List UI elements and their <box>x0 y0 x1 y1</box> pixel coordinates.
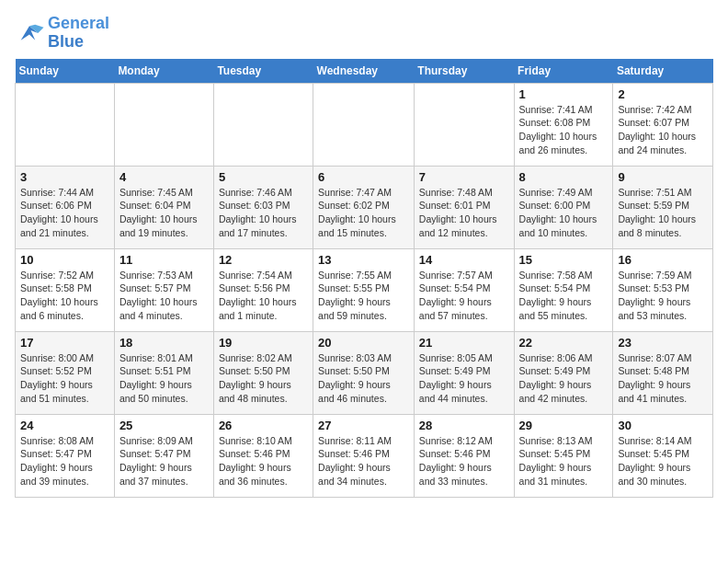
day-info: Sunrise: 7:46 AM Sunset: 6:03 PM Dayligh… <box>219 186 308 240</box>
calendar-header-monday: Monday <box>114 59 213 84</box>
day-number: 4 <box>119 170 209 184</box>
calendar-cell: 2Sunrise: 7:42 AM Sunset: 6:07 PM Daylig… <box>613 83 713 166</box>
calendar-cell: 18Sunrise: 8:01 AM Sunset: 5:51 PM Dayli… <box>114 331 213 414</box>
logo: General Blue <box>15 15 109 52</box>
calendar-header-sunday: Sunday <box>16 59 115 84</box>
day-number: 23 <box>618 336 708 350</box>
calendar-cell: 20Sunrise: 8:03 AM Sunset: 5:50 PM Dayli… <box>313 331 415 414</box>
day-number: 3 <box>20 170 109 184</box>
day-number: 20 <box>318 336 409 350</box>
day-number: 18 <box>119 336 209 350</box>
day-number: 6 <box>318 170 409 184</box>
day-info: Sunrise: 8:06 AM Sunset: 5:49 PM Dayligh… <box>519 351 609 406</box>
day-info: Sunrise: 8:13 AM Sunset: 5:45 PM Dayligh… <box>519 434 609 488</box>
calendar-cell: 25Sunrise: 8:09 AM Sunset: 5:47 PM Dayli… <box>114 414 213 497</box>
calendar-cell <box>114 83 213 166</box>
day-info: Sunrise: 8:07 AM Sunset: 5:48 PM Dayligh… <box>618 351 708 406</box>
day-number: 13 <box>318 253 409 267</box>
day-number: 16 <box>618 253 708 267</box>
calendar-header-thursday: Thursday <box>414 59 514 84</box>
day-info: Sunrise: 7:54 AM Sunset: 5:56 PM Dayligh… <box>219 269 308 323</box>
day-info: Sunrise: 8:05 AM Sunset: 5:49 PM Dayligh… <box>419 351 509 406</box>
calendar-header-row: SundayMondayTuesdayWednesdayThursdayFrid… <box>16 59 713 84</box>
calendar-cell: 9Sunrise: 7:51 AM Sunset: 5:59 PM Daylig… <box>613 166 713 248</box>
day-number: 7 <box>419 170 509 184</box>
logo-text-line1: General Blue <box>48 15 109 52</box>
calendar-week-row: 10Sunrise: 7:52 AM Sunset: 5:58 PM Dayli… <box>16 248 713 331</box>
day-number: 5 <box>219 170 308 184</box>
day-number: 25 <box>119 419 209 432</box>
day-info: Sunrise: 7:52 AM Sunset: 5:58 PM Dayligh… <box>20 269 109 323</box>
calendar-cell: 10Sunrise: 7:52 AM Sunset: 5:58 PM Dayli… <box>16 248 115 331</box>
calendar-cell: 27Sunrise: 8:11 AM Sunset: 5:46 PM Dayli… <box>313 414 415 497</box>
day-number: 9 <box>618 170 708 184</box>
calendar-week-row: 3Sunrise: 7:44 AM Sunset: 6:06 PM Daylig… <box>16 166 713 248</box>
calendar-cell: 4Sunrise: 7:45 AM Sunset: 6:04 PM Daylig… <box>114 166 213 248</box>
day-number: 1 <box>519 87 609 101</box>
calendar-cell <box>313 83 415 166</box>
day-info: Sunrise: 7:49 AM Sunset: 6:00 PM Dayligh… <box>519 186 609 240</box>
calendar-cell <box>213 83 313 166</box>
day-info: Sunrise: 8:01 AM Sunset: 5:51 PM Dayligh… <box>119 351 209 406</box>
day-info: Sunrise: 8:03 AM Sunset: 5:50 PM Dayligh… <box>318 351 409 406</box>
day-info: Sunrise: 7:53 AM Sunset: 5:57 PM Dayligh… <box>119 269 209 323</box>
day-info: Sunrise: 7:45 AM Sunset: 6:04 PM Dayligh… <box>119 186 209 240</box>
day-number: 21 <box>419 336 509 350</box>
day-number: 2 <box>618 87 708 101</box>
calendar-cell: 23Sunrise: 8:07 AM Sunset: 5:48 PM Dayli… <box>613 331 713 414</box>
day-number: 28 <box>419 419 509 432</box>
day-info: Sunrise: 8:09 AM Sunset: 5:47 PM Dayligh… <box>119 434 209 488</box>
calendar-cell: 12Sunrise: 7:54 AM Sunset: 5:56 PM Dayli… <box>213 248 313 331</box>
calendar-week-row: 17Sunrise: 8:00 AM Sunset: 5:52 PM Dayli… <box>16 331 713 414</box>
calendar-cell: 6Sunrise: 7:47 AM Sunset: 6:02 PM Daylig… <box>313 166 415 248</box>
calendar-cell: 3Sunrise: 7:44 AM Sunset: 6:06 PM Daylig… <box>16 166 115 248</box>
day-number: 30 <box>618 419 708 432</box>
calendar-cell: 26Sunrise: 8:10 AM Sunset: 5:46 PM Dayli… <box>213 414 313 497</box>
calendar-week-row: 24Sunrise: 8:08 AM Sunset: 5:47 PM Dayli… <box>16 414 713 497</box>
calendar-cell: 19Sunrise: 8:02 AM Sunset: 5:50 PM Dayli… <box>213 331 313 414</box>
calendar-cell: 24Sunrise: 8:08 AM Sunset: 5:47 PM Dayli… <box>16 414 115 497</box>
calendar-header-wednesday: Wednesday <box>313 59 415 84</box>
calendar-cell: 11Sunrise: 7:53 AM Sunset: 5:57 PM Dayli… <box>114 248 213 331</box>
calendar-cell: 29Sunrise: 8:13 AM Sunset: 5:45 PM Dayli… <box>514 414 613 497</box>
day-number: 22 <box>519 336 609 350</box>
calendar-cell: 21Sunrise: 8:05 AM Sunset: 5:49 PM Dayli… <box>414 331 514 414</box>
calendar-cell: 22Sunrise: 8:06 AM Sunset: 5:49 PM Dayli… <box>514 331 613 414</box>
calendar-cell: 28Sunrise: 8:12 AM Sunset: 5:46 PM Dayli… <box>414 414 514 497</box>
calendar-cell: 14Sunrise: 7:57 AM Sunset: 5:54 PM Dayli… <box>414 248 514 331</box>
day-info: Sunrise: 8:08 AM Sunset: 5:47 PM Dayligh… <box>20 434 109 488</box>
page-header: General Blue <box>15 15 713 52</box>
day-info: Sunrise: 8:11 AM Sunset: 5:46 PM Dayligh… <box>318 434 409 488</box>
day-number: 24 <box>20 419 109 432</box>
calendar-cell: 17Sunrise: 8:00 AM Sunset: 5:52 PM Dayli… <box>16 331 115 414</box>
day-info: Sunrise: 7:51 AM Sunset: 5:59 PM Dayligh… <box>618 186 708 240</box>
day-info: Sunrise: 7:59 AM Sunset: 5:53 PM Dayligh… <box>618 269 708 323</box>
day-info: Sunrise: 8:10 AM Sunset: 5:46 PM Dayligh… <box>219 434 308 488</box>
calendar-header-saturday: Saturday <box>613 59 713 84</box>
day-info: Sunrise: 8:00 AM Sunset: 5:52 PM Dayligh… <box>20 351 109 406</box>
logo-icon <box>15 20 44 46</box>
day-number: 11 <box>119 253 209 267</box>
day-info: Sunrise: 8:12 AM Sunset: 5:46 PM Dayligh… <box>419 434 509 488</box>
day-info: Sunrise: 8:02 AM Sunset: 5:50 PM Dayligh… <box>219 351 308 406</box>
calendar-cell: 13Sunrise: 7:55 AM Sunset: 5:55 PM Dayli… <box>313 248 415 331</box>
day-number: 29 <box>519 419 609 432</box>
calendar-cell: 7Sunrise: 7:48 AM Sunset: 6:01 PM Daylig… <box>414 166 514 248</box>
day-info: Sunrise: 7:42 AM Sunset: 6:07 PM Dayligh… <box>618 103 708 157</box>
calendar-cell: 5Sunrise: 7:46 AM Sunset: 6:03 PM Daylig… <box>213 166 313 248</box>
calendar-header-tuesday: Tuesday <box>213 59 313 84</box>
day-info: Sunrise: 8:14 AM Sunset: 5:45 PM Dayligh… <box>618 434 708 488</box>
day-info: Sunrise: 7:44 AM Sunset: 6:06 PM Dayligh… <box>20 186 109 240</box>
calendar-cell <box>414 83 514 166</box>
day-number: 19 <box>219 336 308 350</box>
day-number: 27 <box>318 419 409 432</box>
day-number: 17 <box>20 336 109 350</box>
day-number: 26 <box>219 419 308 432</box>
day-info: Sunrise: 7:47 AM Sunset: 6:02 PM Dayligh… <box>318 186 409 240</box>
calendar-table: SundayMondayTuesdayWednesdayThursdayFrid… <box>15 59 713 498</box>
calendar-cell <box>16 83 115 166</box>
calendar-cell: 16Sunrise: 7:59 AM Sunset: 5:53 PM Dayli… <box>613 248 713 331</box>
day-number: 14 <box>419 253 509 267</box>
day-info: Sunrise: 7:58 AM Sunset: 5:54 PM Dayligh… <box>519 269 609 323</box>
calendar-week-row: 1Sunrise: 7:41 AM Sunset: 6:08 PM Daylig… <box>16 83 713 166</box>
